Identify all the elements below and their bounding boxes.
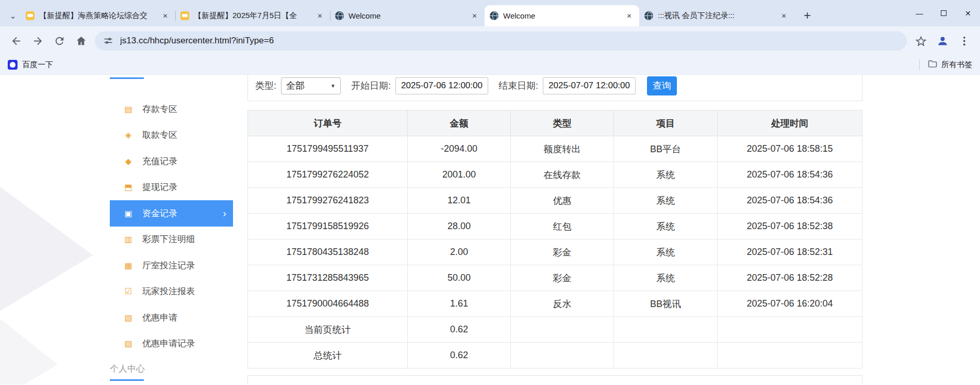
sidebar-item-player-bet-report[interactable]: ☑玩家投注报表 bbox=[110, 279, 233, 305]
url-text: js13.cc/hhcp/usercenter.html?iniType=6 bbox=[120, 36, 274, 46]
lottery-bet-detail-icon: ▥ bbox=[123, 234, 134, 244]
bookmark-star-icon[interactable] bbox=[910, 30, 932, 52]
sidebar-item-label: 取款专区 bbox=[142, 129, 177, 141]
sidebar-item-label: 优惠申请记录 bbox=[142, 338, 195, 349]
table-cell: 0.62 bbox=[408, 317, 511, 343]
table-cell: 12.01 bbox=[408, 188, 511, 214]
hall-bet-record-icon: ▦ bbox=[123, 261, 134, 270]
query-button[interactable]: 查询 bbox=[647, 76, 677, 95]
browser-toolbar: js13.cc/hhcp/usercenter.html?iniType=6 bbox=[0, 26, 980, 55]
sidebar-item-label: 存款专区 bbox=[142, 103, 177, 115]
sidebar-item-label: 玩家投注报表 bbox=[142, 285, 195, 297]
table-row: 总统计0.62 bbox=[248, 343, 862, 368]
tab-close-icon[interactable]: ✕ bbox=[470, 11, 479, 21]
table-cell: 1751799276224052 bbox=[248, 162, 408, 188]
table-cell: 2025-07-06 18:52:31 bbox=[718, 239, 862, 265]
withdraw-icon: ◈ bbox=[123, 130, 134, 140]
browser-tab[interactable]: :::视讯 会员下注纪录:::✕ bbox=[639, 5, 794, 26]
tab-title: 【新提醒】2025年7月5日【全 bbox=[194, 11, 312, 21]
chevron-down-icon: ▼ bbox=[330, 83, 336, 89]
sidebar-item-withdraw[interactable]: ◈取款专区 bbox=[110, 122, 233, 149]
tab-close-icon[interactable]: ✕ bbox=[315, 11, 325, 21]
sidebar-item-label: 厅室投注记录 bbox=[142, 260, 195, 271]
address-bar[interactable]: js13.cc/hhcp/usercenter.html?iniType=6 bbox=[95, 31, 907, 51]
browser-tab[interactable]: 【新提醒】海燕策略论坛综合交✕ bbox=[21, 5, 175, 26]
bookmarks-bar: 百度一下 所有书签 bbox=[0, 55, 980, 75]
table-row: 175179927624182312.01优惠系统2025-07-06 18:5… bbox=[248, 188, 862, 214]
start-date-label: 开始日期: bbox=[351, 79, 391, 92]
chevron-right-icon: › bbox=[223, 207, 226, 219]
end-date-input[interactable] bbox=[543, 77, 636, 94]
finance-center-heading: 财务中心 bbox=[110, 75, 145, 77]
promo-apply-icon: ▧ bbox=[123, 313, 134, 323]
back-icon[interactable] bbox=[5, 30, 27, 52]
maximize-icon bbox=[941, 10, 946, 16]
bookmark-baidu[interactable]: 百度一下 bbox=[22, 60, 53, 70]
forward-icon[interactable] bbox=[27, 30, 48, 52]
table-cell: 50.00 bbox=[408, 265, 511, 291]
globe-favicon bbox=[644, 11, 653, 20]
table-cell bbox=[614, 317, 718, 343]
sidebar-item-funds-record[interactable]: ▣资金记录› bbox=[110, 200, 233, 227]
table-cell: 额度转出 bbox=[511, 136, 614, 162]
close-button[interactable]: ✕ bbox=[956, 0, 980, 26]
table-cell: 2025-07-06 18:54:36 bbox=[718, 188, 862, 214]
browser-menu-icon[interactable] bbox=[953, 30, 975, 52]
minimize-button[interactable]: — bbox=[907, 0, 932, 26]
profile-icon[interactable] bbox=[932, 30, 953, 52]
table-row: 17517992762240522001.00在线存款系统2025-07-06 … bbox=[248, 162, 862, 188]
table-cell bbox=[718, 343, 862, 368]
table-cell: 系统 bbox=[614, 239, 718, 265]
table-header-row: 订单号金额类型项目处理时间 bbox=[248, 110, 862, 136]
tab-close-icon[interactable]: ✕ bbox=[779, 11, 789, 21]
sidebar-item-label: 彩票下注明细 bbox=[142, 233, 195, 245]
table-cell: 1751799158519926 bbox=[248, 214, 408, 239]
table-cell bbox=[511, 343, 614, 368]
baidu-favicon bbox=[8, 60, 18, 70]
sidebar-item-withdrawal-record[interactable]: ⬒提现记录 bbox=[110, 174, 233, 201]
refresh-icon[interactable] bbox=[48, 30, 70, 52]
deposit-icon: ▤ bbox=[123, 104, 134, 114]
home-icon[interactable] bbox=[70, 30, 92, 52]
table-cell: 2025-07-06 18:54:36 bbox=[718, 162, 862, 188]
tabs-container: 【新提醒】海燕策略论坛综合交✕【新提醒】2025年7月5日【全✕Welcome✕… bbox=[21, 5, 794, 26]
sidebar-item-promo-apply[interactable]: ▧优惠申请 bbox=[110, 304, 233, 331]
site-info-icon[interactable] bbox=[103, 36, 113, 46]
table-row: 当前页统计0.62 bbox=[248, 317, 862, 343]
heading-underline bbox=[110, 77, 144, 79]
funds-record-icon: ▣ bbox=[123, 208, 134, 218]
table-cell: 2001.00 bbox=[408, 162, 511, 188]
tab-title: 【新提醒】海燕策略论坛综合交 bbox=[39, 11, 157, 21]
tab-search-chevron-icon[interactable]: ⌄ bbox=[5, 5, 21, 26]
table-cell: 彩金 bbox=[511, 239, 614, 265]
column-header: 金额 bbox=[408, 110, 511, 136]
tab-close-icon[interactable]: ✕ bbox=[160, 11, 170, 21]
browser-tab[interactable]: Welcome✕ bbox=[330, 5, 485, 26]
chat-favicon bbox=[26, 11, 35, 20]
browser-tab[interactable]: 【新提醒】2025年7月5日【全✕ bbox=[175, 5, 330, 26]
table-cell: 2025-07-06 18:52:28 bbox=[718, 265, 862, 291]
sidebar-item-recharge-record[interactable]: ◆充值记录 bbox=[110, 148, 233, 174]
table-cell: 1751799276241823 bbox=[248, 188, 408, 214]
table-cell: 2025-07-06 18:52:38 bbox=[718, 214, 862, 239]
all-bookmarks-label[interactable]: 所有书签 bbox=[941, 60, 972, 70]
pagination-panel bbox=[247, 375, 862, 384]
chat-favicon bbox=[180, 11, 189, 20]
tab-title: :::视讯 会员下注纪录::: bbox=[658, 11, 776, 21]
table-cell: 总统计 bbox=[248, 343, 408, 368]
sidebar-item-deposit[interactable]: ▤存款专区 bbox=[110, 96, 233, 122]
type-select[interactable]: 全部 ▼ bbox=[281, 77, 341, 94]
new-tab-button[interactable]: + bbox=[798, 6, 817, 25]
sidebar-item-promo-apply-record[interactable]: ▨优惠申请记录 bbox=[110, 331, 233, 357]
tab-close-icon[interactable]: ✕ bbox=[624, 11, 634, 21]
sidebar-item-lottery-bet-detail[interactable]: ▥彩票下注明细 bbox=[110, 227, 233, 253]
table-row: 17517900046644881.61反水BB视讯2025-07-06 16:… bbox=[248, 291, 862, 317]
sidebar-item-hall-bet-record[interactable]: ▦厅室投注记录 bbox=[110, 252, 233, 279]
maximize-button[interactable] bbox=[932, 0, 956, 26]
globe-favicon bbox=[490, 11, 499, 20]
sidebar-item-label: 优惠申请 bbox=[142, 312, 177, 324]
table-cell: 优惠 bbox=[511, 188, 614, 214]
tab-title: Welcome bbox=[503, 11, 621, 20]
browser-tab[interactable]: Welcome✕ bbox=[485, 5, 639, 26]
start-date-input[interactable] bbox=[395, 77, 488, 94]
